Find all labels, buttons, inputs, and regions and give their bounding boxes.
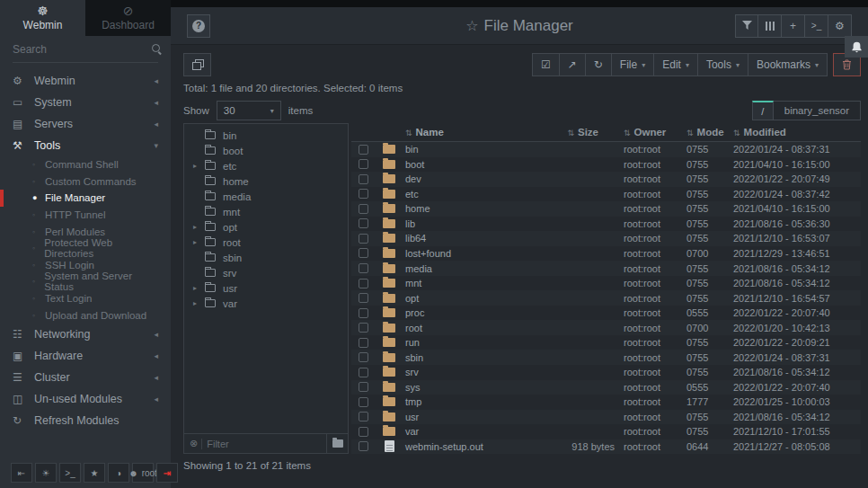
- file-name[interactable]: srv: [403, 367, 527, 377]
- file-name[interactable]: lost+found: [403, 248, 527, 259]
- column-header-size[interactable]: ⇅Size: [527, 127, 624, 138]
- table-row-sys[interactable]: sysroot:root05552022/01/22 - 20:07:40: [351, 380, 861, 395]
- page-size-select[interactable]: 30 ▾: [217, 101, 281, 120]
- table-row-etc[interactable]: etcroot:root07552022/01/24 - 08:37:42: [351, 187, 861, 202]
- tree-folder-button[interactable]: [326, 434, 348, 453]
- column-header-mode[interactable]: ⇅Mode: [686, 127, 733, 138]
- file-name[interactable]: boot: [403, 159, 527, 170]
- tree-item-mnt[interactable]: mnt: [184, 204, 348, 219]
- table-row-media[interactable]: mediaroot:root07552021/08/16 - 05:34:12: [351, 261, 861, 276]
- file-menu-button[interactable]: File ▾: [612, 53, 654, 76]
- clear-filter-icon[interactable]: ⊗: [190, 438, 198, 449]
- file-name[interactable]: home: [403, 203, 527, 214]
- table-row-opt[interactable]: optroot:root07552021/12/10 - 16:54:57: [351, 290, 861, 306]
- file-name[interactable]: sbin: [403, 352, 527, 363]
- expand-caret-icon[interactable]: ▸: [193, 162, 201, 170]
- share-button[interactable]: ↗: [560, 53, 586, 76]
- file-name[interactable]: usr: [403, 412, 527, 422]
- table-row-root[interactable]: rootroot:root07002022/01/20 - 10:42:13: [351, 320, 861, 335]
- file-name[interactable]: lib64: [403, 233, 527, 244]
- theme-button[interactable]: ☀: [35, 463, 57, 483]
- table-row-bin[interactable]: binroot:root07552022/01/24 - 08:37:31: [351, 142, 861, 157]
- tree-item-bin[interactable]: bin: [184, 128, 348, 143]
- tree-item-home[interactable]: home: [184, 173, 348, 189]
- row-checkbox[interactable]: [359, 234, 368, 244]
- sidebar-item-http-tunnel[interactable]: ◦HTTP Tunnel: [0, 207, 171, 224]
- tab-dashboard[interactable]: ⊘ Dashboard: [85, 0, 171, 36]
- sidebar-item-upload-and-download[interactable]: ◦Upload and Download: [0, 306, 171, 324]
- row-checkbox[interactable]: [359, 368, 368, 377]
- table-row-tmp[interactable]: tmproot:root17772022/01/25 - 10:00:03: [351, 395, 861, 410]
- table-row-webmin-setup-out[interactable]: webmin-setup.out918 bytesroot:root064420…: [351, 439, 861, 455]
- refresh-button[interactable]: ↻: [586, 53, 612, 76]
- sidebar-item-file-manager[interactable]: ●File Manager: [0, 190, 171, 207]
- row-checkbox[interactable]: [359, 338, 368, 348]
- table-row-run[interactable]: runroot:root07552022/01/22 - 20:09:21: [351, 335, 861, 350]
- edit-menu-button[interactable]: Edit ▾: [654, 53, 698, 76]
- file-name[interactable]: bin: [403, 144, 527, 155]
- logout-button[interactable]: ⇥: [156, 463, 178, 483]
- filter-button[interactable]: [735, 14, 758, 38]
- file-name[interactable]: root: [403, 323, 527, 333]
- sidebar-item-system-and-server-status[interactable]: ◦System and Server Status: [0, 273, 171, 290]
- row-checkbox[interactable]: [359, 427, 368, 437]
- sidebar-item-text-login[interactable]: ◦Text Login: [0, 290, 171, 307]
- file-name[interactable]: var: [403, 426, 527, 437]
- table-row-boot[interactable]: bootroot:root07552021/04/10 - 16:15:00: [351, 157, 861, 173]
- table-row-lost-found[interactable]: lost+foundroot:root07002021/12/29 - 13:4…: [351, 246, 861, 262]
- search-input[interactable]: [13, 43, 152, 56]
- tree-item-boot[interactable]: boot: [184, 143, 348, 158]
- row-checkbox[interactable]: [359, 441, 368, 451]
- language-button[interactable]: ◑: [108, 463, 129, 483]
- row-checkbox[interactable]: [359, 159, 368, 169]
- columns-button[interactable]: [758, 14, 782, 38]
- bookmarks-menu-button[interactable]: Bookmarks ▾: [748, 53, 828, 76]
- root-path-button[interactable]: /: [752, 101, 774, 120]
- tab-webmin[interactable]: ☸ Webmin: [0, 0, 85, 36]
- help-button[interactable]: ?: [187, 14, 210, 38]
- sidebar-item-tools[interactable]: ⚒Tools▾: [0, 135, 171, 156]
- expand-caret-icon[interactable]: ▸: [193, 299, 201, 307]
- row-checkbox[interactable]: [359, 412, 368, 421]
- tree-item-usr[interactable]: ▸usr: [184, 280, 348, 296]
- row-checkbox[interactable]: [359, 323, 368, 333]
- select-all-button[interactable]: ☑: [532, 53, 560, 76]
- user-button[interactable]: ☻ root: [132, 463, 154, 483]
- file-name[interactable]: media: [403, 263, 527, 274]
- column-header-modified[interactable]: ⇅Modified: [733, 127, 861, 138]
- table-row-sbin[interactable]: sbinroot:root07552022/01/24 - 08:37:31: [351, 350, 861, 365]
- file-name[interactable]: dev: [403, 173, 527, 184]
- file-name[interactable]: proc: [403, 307, 527, 318]
- row-checkbox[interactable]: [359, 174, 368, 184]
- expand-caret-icon[interactable]: ▸: [193, 284, 201, 292]
- row-checkbox[interactable]: [359, 204, 368, 214]
- table-row-home[interactable]: homeroot:root07552021/04/10 - 16:15:00: [351, 201, 861, 217]
- row-checkbox[interactable]: [359, 263, 368, 273]
- row-checkbox[interactable]: [359, 279, 368, 288]
- expand-caret-icon[interactable]: ▸: [193, 238, 201, 246]
- row-checkbox[interactable]: [359, 189, 368, 199]
- notifications-button[interactable]: [845, 36, 868, 58]
- sidebar-item-cluster[interactable]: ☰Cluster◂: [0, 367, 171, 388]
- row-checkbox[interactable]: [359, 218, 368, 228]
- sidebar-item-system[interactable]: ▭System◂: [0, 92, 171, 113]
- row-checkbox[interactable]: [359, 397, 368, 407]
- current-path[interactable]: binary_sensor: [774, 101, 861, 120]
- file-name[interactable]: sys: [403, 382, 527, 393]
- table-row-lib64[interactable]: lib64root:root07552021/12/10 - 16:53:07: [351, 231, 861, 246]
- tools-menu-button[interactable]: Tools ▾: [698, 53, 748, 76]
- sidebar-item-networking[interactable]: ☷Networking◂: [0, 324, 171, 345]
- add-button[interactable]: +: [782, 14, 805, 38]
- tree-item-var[interactable]: ▸var: [184, 296, 348, 311]
- favorites-button[interactable]: ★: [84, 463, 105, 483]
- copy-path-button[interactable]: [183, 53, 211, 76]
- sidebar-item-custom-commands[interactable]: ◦Custom Commands: [0, 173, 171, 191]
- file-name[interactable]: mnt: [403, 278, 527, 288]
- file-name[interactable]: lib: [403, 218, 527, 229]
- row-checkbox[interactable]: [359, 382, 368, 392]
- row-checkbox[interactable]: [359, 352, 368, 362]
- table-row-dev[interactable]: devroot:root07552022/01/22 - 20:07:49: [351, 172, 861, 187]
- row-checkbox[interactable]: [359, 248, 368, 258]
- tree-item-opt[interactable]: ▸opt: [184, 219, 348, 235]
- tree-filter-input[interactable]: [207, 439, 326, 449]
